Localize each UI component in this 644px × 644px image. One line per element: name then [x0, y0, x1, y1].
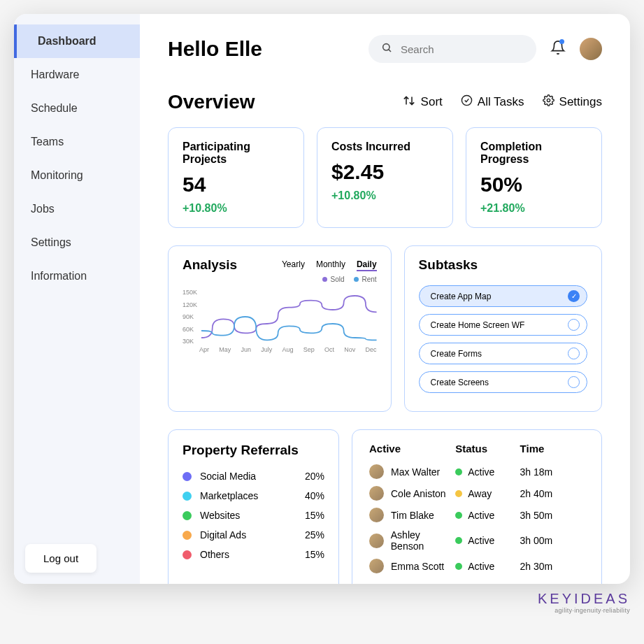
legend-sold: Sold [322, 276, 344, 283]
active-users-card: Active Status Time Max Walter Active 3h … [352, 429, 602, 584]
referral-item: Websites 15% [183, 510, 324, 521]
sidebar-item-monitoring[interactable]: Monitoring [14, 159, 140, 192]
table-row: Ashley Benson Active 3h 00m [369, 529, 585, 552]
status-dot-icon [455, 490, 462, 497]
avatar-icon [369, 464, 384, 479]
period-tabs: Yearly Monthly Daily [282, 259, 377, 271]
sort-label: Sort [421, 95, 443, 109]
table-row: Emma Scott Active 2h 30m [369, 559, 585, 573]
analysis-header: Analysis Yearly Monthly Daily [183, 257, 377, 273]
analysis-title: Analysis [183, 257, 237, 273]
all-tasks-button[interactable]: All Tasks [461, 94, 524, 110]
y-tick: 30K [183, 338, 197, 345]
sort-button[interactable]: Sort [402, 95, 443, 110]
sidebar-item-schedule[interactable]: Schedule [14, 92, 140, 125]
settings-button[interactable]: Settings [543, 94, 602, 110]
gear-icon [543, 94, 554, 110]
stat-value: $2.45 [331, 160, 438, 184]
sort-icon [402, 95, 416, 110]
status-text: Active [468, 510, 494, 521]
stat-change: +21.80% [480, 202, 587, 215]
overview-title: Overview [168, 91, 255, 113]
chart-x-axis: Apr May Jun July Aug Sep Oct Nov Dec [199, 346, 377, 353]
user-name: Emma Scott [391, 561, 444, 572]
user-name: Cole Aniston [391, 488, 446, 499]
stat-value: 50% [480, 173, 587, 196]
referral-pct: 20% [305, 471, 324, 482]
chart-area: 150K 120K 90K 60K 30K [183, 289, 377, 345]
subtask-label: Create Forms [431, 349, 482, 359]
avatar-icon [369, 508, 384, 522]
period-yearly[interactable]: Yearly [282, 259, 305, 271]
analysis-chart [201, 289, 377, 345]
user-avatar[interactable] [580, 38, 602, 60]
subtask-item[interactable]: Create App Map ✓ [419, 285, 587, 307]
dot-icon [183, 511, 192, 520]
sidebar-item-information[interactable]: Information [14, 259, 140, 293]
logout-button[interactable]: Log out [25, 544, 96, 573]
stat-card-completion: Completion Progress 50% +21.80% [466, 127, 602, 228]
stat-label: Completion Progress [480, 141, 587, 166]
chart-y-axis: 150K 120K 90K 60K 30K [183, 289, 197, 345]
subtask-item[interactable]: Create Home Screen WF [419, 314, 587, 336]
time-value: 2h 40m [520, 488, 585, 499]
search-icon [381, 42, 392, 56]
y-tick: 120K [183, 301, 197, 308]
status-text: Active [468, 561, 494, 572]
dot-icon [183, 531, 192, 540]
x-tick: Nov [344, 346, 355, 353]
subtask-item[interactable]: Create Screens [419, 371, 587, 393]
greeting: Hello Elle [168, 37, 262, 61]
active-table-header: Active Status Time [369, 443, 585, 455]
time-value: 2h 30m [520, 561, 585, 572]
sidebar: Dashboard Hardware Schedule Teams Monito… [14, 14, 140, 584]
table-row: Max Walter Active 3h 18m [369, 464, 585, 479]
circle-outline-icon [568, 348, 580, 359]
status-dot-icon [455, 563, 462, 570]
settings-label: Settings [559, 95, 602, 109]
col-active-header: Active [369, 443, 455, 455]
x-tick: Dec [366, 346, 377, 353]
referrals-title: Property Referrals [183, 443, 324, 458]
sidebar-item-dashboard[interactable]: Dashboard [14, 24, 140, 58]
referral-label: Others [200, 549, 229, 560]
sidebar-item-hardware[interactable]: Hardware [14, 58, 140, 92]
search-input[interactable] [401, 43, 534, 55]
sidebar-item-teams[interactable]: Teams [14, 125, 140, 159]
status-text: Away [468, 488, 492, 499]
sidebar-item-settings[interactable]: Settings [14, 226, 140, 259]
period-monthly[interactable]: Monthly [316, 259, 345, 271]
avatar-icon [369, 486, 384, 501]
period-daily[interactable]: Daily [357, 259, 377, 271]
overview-actions: Sort All Tasks Settings [402, 94, 602, 110]
analysis-card: Analysis Yearly Monthly Daily Sold Rent … [168, 245, 392, 412]
status-dot-icon [455, 537, 462, 544]
chart-legend: Sold Rent [183, 276, 377, 283]
time-value: 3h 00m [520, 535, 585, 546]
subtask-item[interactable]: Create Forms [419, 343, 587, 364]
notifications-button[interactable] [550, 40, 566, 58]
sidebar-nav: Dashboard Hardware Schedule Teams Monito… [14, 24, 140, 533]
sidebar-item-jobs[interactable]: Jobs [14, 192, 140, 226]
footer-logo: KEYIDEAS [14, 591, 630, 607]
x-tick: Apr [199, 346, 209, 353]
check-filled-icon: ✓ [568, 290, 580, 302]
circle-outline-icon [568, 376, 580, 388]
notification-dot-icon [559, 39, 564, 44]
logout-wrap: Log out [14, 533, 140, 584]
referral-item: Digital Ads 25% [183, 529, 324, 541]
status-text: Active [468, 535, 494, 546]
x-tick: May [219, 346, 231, 353]
stat-change: +10.80% [331, 189, 438, 202]
stat-card-costs: Costs Incurred $2.45 +10.80% [317, 127, 453, 228]
circle-outline-icon [568, 319, 580, 331]
avatar-icon [369, 559, 384, 573]
svg-point-0 [383, 44, 389, 50]
x-tick: July [261, 346, 272, 353]
subtasks-title: Subtasks [419, 257, 587, 273]
search-box[interactable] [368, 35, 536, 63]
stat-label: Participating Projects [183, 141, 289, 166]
avatar-icon [369, 534, 384, 548]
referral-item: Marketplaces 40% [183, 490, 324, 501]
user-name: Ashley Benson [391, 529, 455, 552]
